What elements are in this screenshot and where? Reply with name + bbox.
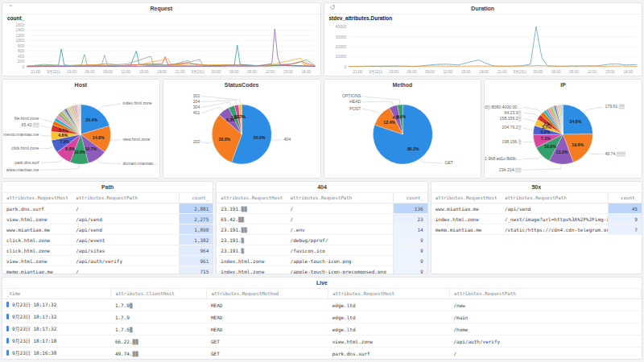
panel-statuscodes: StatusCodes 55.6%30.8%6.3%3.3%2.3%1.7%30… [163, 79, 321, 179]
live-row: Live _timeattributes.ClientHostattribute… [2, 277, 642, 360]
panel-title-request: Request [2, 3, 320, 14]
request-method-cell: GET [207, 348, 328, 360]
method-pie-chart: 80.2%12.4%4.5%2.9%OPTIONSHEADPOSTGET [324, 90, 481, 175]
pie-slice-label: memo.miantiao.me [3, 132, 39, 137]
request-host-cell: view.html.zone [328, 335, 450, 348]
pie-label-leader [362, 97, 400, 105]
column-header[interactable]: attributes.RequestHost [431, 193, 501, 204]
count-cell: 715 [180, 266, 213, 275]
x-tick-label: 09:00 [425, 70, 435, 74]
column-header[interactable]: count_ [180, 193, 213, 204]
request-path-cell: /favicon.ico [287, 245, 394, 256]
host-pie-chart: 20.4%14.8%10.7%10.0%8.8%7.2%4.6%3.7%file… [2, 90, 159, 175]
panel-host: Host 20.4%14.8%10.7%10.0%8.8%7.2%4.6%3.7… [2, 79, 160, 179]
refresh-icon[interactable]: ↺ [330, 4, 336, 11]
x-tick-label: 12:00 [587, 70, 597, 74]
x-tick-label: 18:00 [301, 70, 311, 74]
pie-label-leader [523, 113, 539, 117]
x-tick-label: 06:00 [407, 70, 416, 74]
pie-label-leader [523, 165, 562, 170]
collapse-icon[interactable]: ⌃ [8, 4, 14, 11]
pie-percent-label: 20.4% [85, 117, 97, 122]
live-table-row[interactable]: 9月23日 18:17:32 1.7.5▒ HEAD edge.ltd /hom… [2, 323, 642, 335]
row-expand-icon[interactable] [6, 326, 9, 331]
pie-slice-label: 304 [192, 105, 200, 109]
pie-percent-label: 13.3% [556, 150, 568, 154]
y-tick-label: 1000 [15, 39, 24, 43]
panel-title-live: Live [2, 278, 642, 289]
table-404: attributes.RequestHostattributes.Request… [217, 193, 427, 274]
pie-percent-label: 12.4% [383, 120, 395, 125]
pie-slice-label: index.html.zone [122, 101, 151, 105]
request-path-cell: /api/send [72, 214, 179, 224]
live-table-row[interactable]: 9月23日 18:17:32 1.7.9 HEAD edge.ltd /main [2, 311, 642, 323]
y-tick-label: 10000 [335, 55, 346, 59]
count-cell: 9 [394, 235, 427, 245]
x-tick-label: 03:00 [389, 70, 398, 74]
pie-percent-label: 10.0% [544, 144, 556, 149]
panel-path-table: Path attributes.RequestHostattributes.Re… [2, 181, 213, 274]
pie-percent-label: 10.7% [85, 146, 97, 151]
column-header[interactable]: _time [2, 289, 111, 299]
panel-50x-table: 50x attributes.RequestHostattributes.Req… [431, 181, 642, 274]
pie-label-leader [588, 152, 604, 154]
pie-charts-row: Host 20.4%14.8%10.7%10.0%8.8%7.2%4.6%3.7… [2, 79, 642, 179]
live-table-row[interactable]: 9月23日 18:16:38 49.74.▒▒ GET park.dns.sur… [2, 348, 642, 360]
pie-percent-label: 80.2% [407, 146, 419, 151]
column-header[interactable]: attributes.RequestPath [72, 193, 179, 204]
request-path-cell: /main [449, 311, 641, 323]
column-header[interactable]: attributes.ClientHost [111, 289, 207, 299]
pie-label-leader [420, 159, 443, 163]
pie-label-leader [523, 142, 534, 142]
client-host-cell: 49.74.▒▒ [111, 348, 207, 360]
column-header[interactable]: attributes.RequestHost [217, 193, 286, 204]
row-expand-icon[interactable] [6, 314, 9, 319]
y-axis-label: stdev_attributes.Duration [324, 14, 642, 23]
count-cell: 9 [394, 256, 427, 266]
table-row: memo.miantiao.me /static/https://cdn4.cd… [431, 224, 642, 235]
column-header[interactable]: attributes.RequestPath [501, 193, 608, 204]
request-path-cell: /apple-touch-icon-precomposed.png [287, 266, 394, 275]
client-host-cell: 1.7.5▒ [111, 323, 207, 335]
count-cell: 961 [180, 256, 213, 266]
request-host-cell: click.html.zone [2, 245, 72, 256]
request-method-cell: HEAD [207, 311, 328, 323]
column-header[interactable]: attributes.RequestMethod [207, 289, 328, 299]
column-header[interactable]: attributes.RequestHost [328, 289, 450, 299]
tables-row: Path attributes.RequestHostattributes.Re… [2, 181, 642, 274]
row-expand-icon[interactable] [6, 302, 9, 307]
pie-label-leader [523, 118, 535, 122]
pie-label-leader [40, 119, 52, 123]
column-header[interactable]: count_ [608, 193, 642, 204]
time-cell: 9月23日 18:17:32 [2, 323, 111, 335]
x-tick-label: 03:00 [533, 70, 543, 74]
column-header[interactable]: attributes.RequestPath [449, 289, 641, 299]
request-host-cell: index.html.zone [217, 266, 286, 275]
live-table-row[interactable]: 9月23日 18:17:32 1.7.9▒ HEAD edge.ltd /new [2, 299, 642, 311]
pie-label-leader [40, 158, 62, 162]
pie-label-leader [201, 97, 240, 105]
live-table-row[interactable]: 9月23日 18:17:18 66.22.▒▒ GET view.html.zo… [2, 335, 642, 348]
panel-duration: Duration ↺ stdev_attributes.Duration 010… [324, 2, 643, 76]
count-cell: 2,881 [180, 204, 213, 214]
count-cell: 9 [394, 245, 427, 256]
request-path-cell: /_next/image?url=https%3A%2F%2Fimg-image… [501, 214, 608, 224]
line-series-blue [349, 27, 637, 67]
pie-label-leader [40, 135, 50, 136]
request-method-cell: HEAD [207, 323, 328, 335]
pie-slice-label: OPTIONS [342, 93, 361, 98]
column-header[interactable]: count_ [394, 193, 427, 204]
pie-slice-label: GET [444, 160, 453, 165]
pie-percent-label: 14.8% [93, 135, 105, 140]
request-path-cell: /api/event [72, 235, 179, 245]
row-expand-icon[interactable] [6, 350, 9, 356]
y-tick-label: 30000 [335, 35, 346, 39]
x-tick-label: 15:00 [283, 70, 293, 74]
pie-label-leader [362, 101, 393, 105]
pie-label-leader [40, 125, 51, 128]
column-header[interactable]: attributes.RequestPath [287, 193, 394, 204]
column-header[interactable]: attributes.RequestHost [2, 193, 72, 204]
x-tick-label: 9月23日 [513, 70, 526, 75]
row-expand-icon[interactable] [6, 338, 9, 343]
request-host-cell: edge.ltd [328, 323, 450, 335]
